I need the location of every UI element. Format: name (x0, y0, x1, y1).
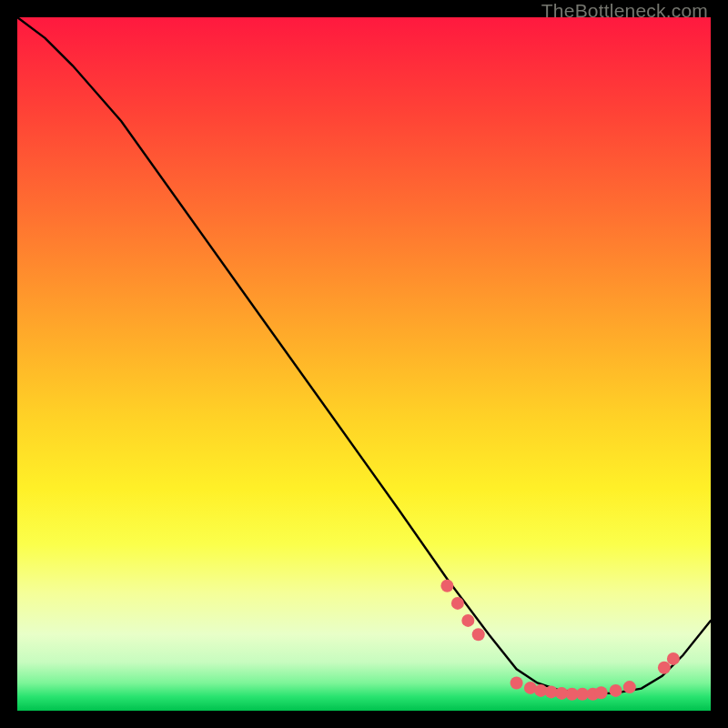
chart-gradient-panel (17, 17, 711, 711)
watermark-text: TheBottleneck.com (541, 0, 708, 22)
chart-stage: TheBottleneck.com (0, 0, 728, 728)
